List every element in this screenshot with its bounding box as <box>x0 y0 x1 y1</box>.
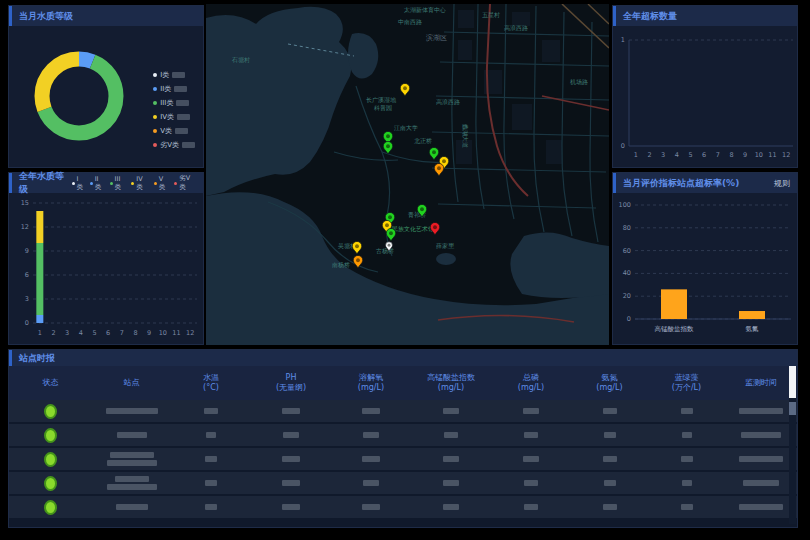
value-cell <box>491 408 571 414</box>
legend-item[interactable]: V类 <box>154 174 169 192</box>
column-header-line2: (mg/L) <box>571 383 648 393</box>
redacted-value <box>523 456 539 462</box>
panel-title: 当月评价指标站点超标率(%) <box>623 177 739 190</box>
table-row[interactable] <box>9 448 797 470</box>
redacted-value <box>681 504 693 510</box>
redacted-value <box>204 408 218 414</box>
y-tick-label: 0 <box>621 142 625 150</box>
redacted-value <box>444 432 458 438</box>
panel-annual-exceed: 全年超标数量 01123456789101112 <box>612 5 798 168</box>
x-tick-label: 3 <box>65 329 69 337</box>
y-tick-label: 0 <box>627 315 631 323</box>
redacted-station-name <box>107 484 157 490</box>
table-row[interactable] <box>9 424 797 446</box>
table-row[interactable] <box>9 472 797 494</box>
value-cell <box>331 480 411 486</box>
column-header-line1: PH <box>251 373 331 383</box>
legend-item[interactable]: I类 <box>72 174 85 192</box>
column-header-6: 高锰酸盐指数(mg/L) <box>411 373 491 394</box>
x-category-label: 高锰酸盐指数 <box>655 325 695 333</box>
column-header-3: 水温(°C) <box>171 373 251 394</box>
column-header-line2: (mg/L) <box>491 383 571 393</box>
map-canvas[interactable]: 石塘村太湖新体育中心中南西路滨湖区五星村高浪西路长广溪湿地科普园江南大学高浪西路… <box>206 4 609 345</box>
legend-item[interactable]: III类 <box>153 98 195 108</box>
value-cell <box>411 480 491 486</box>
legend-item[interactable]: I类 <box>153 70 195 80</box>
legend-item[interactable]: IV类 <box>131 174 148 192</box>
redacted-value <box>362 408 380 414</box>
panel-title: 当月水质等级 <box>19 10 73 23</box>
legend-dot <box>90 182 93 185</box>
table-row[interactable] <box>9 400 797 422</box>
value-cell <box>725 480 797 486</box>
table-scrollbar-thumb-secondary[interactable] <box>789 402 796 415</box>
redacted-value <box>282 504 300 510</box>
redacted-legend-value <box>177 114 190 120</box>
table-scrollbar-track[interactable] <box>789 366 796 524</box>
station-table-header: 站点时报 <box>9 350 797 366</box>
value-cell <box>725 432 797 438</box>
value-cell <box>411 408 491 414</box>
value-cell <box>171 408 251 414</box>
column-header-8: 氨氮(mg/L) <box>571 373 648 394</box>
dashboard: 当月水质等级 I类II类III类IV类V类劣V类 全年水质等级 I类II类III… <box>0 0 810 540</box>
column-header-line1: 总磷 <box>491 373 571 383</box>
map-label: 科普园 <box>374 104 392 112</box>
status-indicator <box>44 428 57 443</box>
y-tick-label: 80 <box>623 224 631 232</box>
legend-dot <box>153 87 157 91</box>
column-header-line1: 氨氮 <box>571 373 648 383</box>
column-header-1: 状态 <box>9 378 92 388</box>
panel-monthly-grade: 当月水质等级 I类II类III类IV类V类劣V类 <box>8 5 204 168</box>
redacted-value <box>283 432 299 438</box>
status-cell <box>9 452 92 467</box>
value-cell <box>251 504 331 510</box>
table-row[interactable] <box>9 496 797 518</box>
legend-item[interactable]: V类 <box>153 126 195 136</box>
legend-item[interactable]: II类 <box>90 174 105 192</box>
column-header-line2: (mg/L) <box>331 383 411 393</box>
legend-item[interactable]: III类 <box>110 174 127 192</box>
x-tick-label: 11 <box>172 329 180 337</box>
redacted-legend-value <box>176 100 189 106</box>
x-tick-label: 1 <box>38 329 42 337</box>
x-tick-label: 5 <box>92 329 96 337</box>
legend-item[interactable]: 劣V类 <box>174 174 196 192</box>
value-cell <box>571 408 648 414</box>
panel-annual-grade: 全年水质等级 I类II类III类IV类V类劣V类 036912151234567… <box>8 172 204 345</box>
legend-dot <box>131 182 134 185</box>
x-tick-label: 4 <box>79 329 83 337</box>
legend-item[interactable]: 劣V类 <box>153 140 195 150</box>
stacked-bar-segment-II类 <box>36 315 43 323</box>
legend-item[interactable]: IV类 <box>153 112 195 122</box>
redacted-value <box>603 408 617 414</box>
panel-monthly-rate-header: 当月评价指标站点超标率(%) 规则 <box>613 173 797 193</box>
line-chart: 01123456789101112 <box>613 26 797 167</box>
value-cell <box>491 480 571 486</box>
redacted-station-name <box>117 432 147 438</box>
column-header-line2: (万个/L) <box>648 383 725 393</box>
x-tick-label: 9 <box>743 151 747 159</box>
redacted-value <box>603 504 617 510</box>
value-cell <box>411 456 491 462</box>
map-label: 长广溪湿地 <box>366 96 397 103</box>
legend-item[interactable]: II类 <box>153 84 195 94</box>
rules-link[interactable]: 规则 <box>774 178 790 189</box>
station-cell <box>92 432 171 438</box>
redacted-value <box>443 408 459 414</box>
x-tick-label: 1 <box>634 151 638 159</box>
y-tick-label: 0 <box>25 319 29 327</box>
table-scrollbar-thumb[interactable] <box>789 366 796 398</box>
legend-dot <box>153 143 157 147</box>
map-label: 蠡湖大道 <box>462 124 469 148</box>
column-header-line2: (mg/L) <box>411 383 491 393</box>
station-cell <box>92 504 171 510</box>
column-header-line1: 状态 <box>9 378 92 388</box>
legend-dot <box>72 182 75 185</box>
redacted-value <box>282 480 300 486</box>
x-tick-label: 11 <box>768 151 776 159</box>
redacted-value <box>363 432 379 438</box>
value-cell <box>171 456 251 462</box>
map-label: 高浪西路 <box>504 24 528 32</box>
legend-label: 劣V类 <box>160 140 179 150</box>
